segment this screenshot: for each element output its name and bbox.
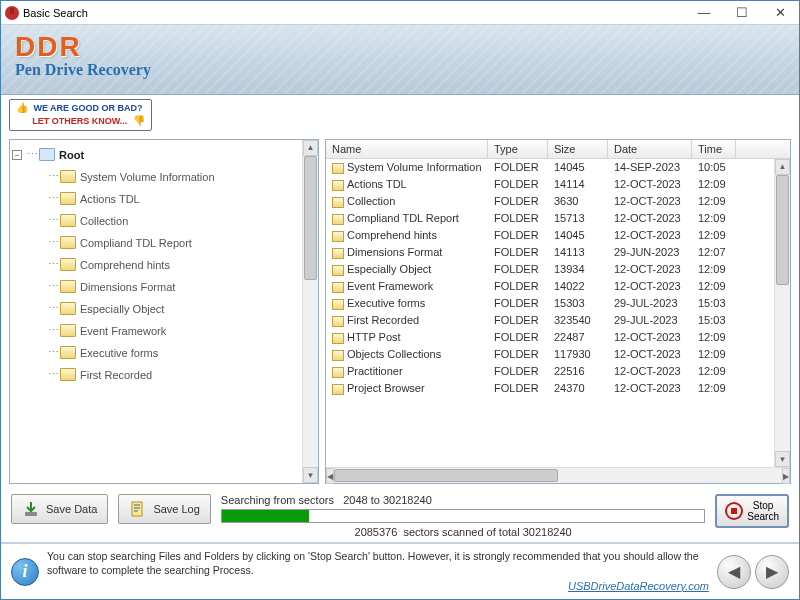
progress-bar xyxy=(221,509,705,523)
save-log-icon xyxy=(129,500,147,518)
folder-icon xyxy=(60,170,76,183)
minimize-button[interactable]: — xyxy=(689,4,719,22)
tree-item-label: Compliand TDL Report xyxy=(80,237,192,249)
tree-item-label: Actions TDL xyxy=(80,193,140,205)
feedback-callout[interactable]: 👍 WE ARE GOOD OR BAD? LET OTHERS KNOW...… xyxy=(9,99,152,131)
tree-item-label: Executive forms xyxy=(80,347,158,359)
app-icon xyxy=(5,6,19,20)
tree-item[interactable]: ⋯System Volume Information xyxy=(12,166,300,188)
list-scrollbar-h[interactable]: ◀ ▶ xyxy=(326,467,790,483)
folder-icon xyxy=(332,384,344,395)
folder-icon xyxy=(332,214,344,225)
svg-rect-1 xyxy=(132,502,142,516)
col-name[interactable]: Name xyxy=(326,140,488,158)
tree-item[interactable]: ⋯Dimensions Format xyxy=(12,276,300,298)
scroll-up-icon[interactable]: ▲ xyxy=(775,159,790,175)
scroll-thumb[interactable] xyxy=(304,156,317,281)
tree-item[interactable]: ⋯First Recorded xyxy=(12,364,300,386)
prev-button[interactable]: ◀ xyxy=(717,555,751,589)
folder-icon xyxy=(60,368,76,381)
folder-icon xyxy=(332,197,344,208)
tree-item[interactable]: ⋯Executive forms xyxy=(12,342,300,364)
folder-icon xyxy=(60,236,76,249)
table-row[interactable]: First RecordedFOLDER32354029-JUL-202315:… xyxy=(326,312,774,329)
col-size[interactable]: Size xyxy=(548,140,608,158)
folder-icon xyxy=(332,180,344,191)
file-list[interactable]: System Volume InformationFOLDER1404514-S… xyxy=(326,159,774,468)
folder-icon xyxy=(332,367,344,378)
app-window: Basic Search — ☐ ✕ DDR Pen Drive Recover… xyxy=(0,0,800,600)
folder-icon xyxy=(60,192,76,205)
col-type[interactable]: Type xyxy=(488,140,548,158)
tree-item-label: System Volume Information xyxy=(80,171,215,183)
col-time[interactable]: Time xyxy=(692,140,736,158)
save-data-button[interactable]: Save Data xyxy=(11,494,108,524)
folder-icon xyxy=(332,282,344,293)
tree-item-label: Collection xyxy=(80,215,128,227)
folder-icon xyxy=(332,163,344,174)
close-button[interactable]: ✕ xyxy=(765,4,795,22)
table-row[interactable]: Executive formsFOLDER1530329-JUL-202315:… xyxy=(326,295,774,312)
tree-item[interactable]: ⋯Especially Object xyxy=(12,298,300,320)
tree-root[interactable]: − ⋯ Root xyxy=(12,144,300,166)
folder-tree[interactable]: − ⋯ Root ⋯System Volume Information⋯Acti… xyxy=(10,140,302,484)
table-row[interactable]: CollectionFOLDER363012-OCT-202312:09 xyxy=(326,193,774,210)
drive-icon xyxy=(39,148,55,161)
folder-icon xyxy=(332,299,344,310)
collapse-icon[interactable]: − xyxy=(12,150,22,160)
folder-icon xyxy=(60,302,76,315)
folder-icon xyxy=(60,280,76,293)
scroll-up-icon[interactable]: ▲ xyxy=(303,140,318,156)
file-list-panel: Name Type Size Date Time System Volume I… xyxy=(325,139,791,485)
table-row[interactable]: Comprehend hintsFOLDER1404512-OCT-202312… xyxy=(326,227,774,244)
folder-icon xyxy=(332,316,344,327)
stop-search-label: Stop Search xyxy=(747,500,779,522)
table-row[interactable]: Objects CollectionsFOLDER11793012-OCT-20… xyxy=(326,346,774,363)
tree-item-label: Event Framework xyxy=(80,325,166,337)
list-header: Name Type Size Date Time xyxy=(326,140,790,159)
tree-item[interactable]: ⋯Compliand TDL Report xyxy=(12,232,300,254)
tree-item[interactable]: ⋯Comprehend hints xyxy=(12,254,300,276)
table-row[interactable]: Project BrowserFOLDER2437012-OCT-202312:… xyxy=(326,380,774,397)
folder-icon xyxy=(60,214,76,227)
table-row[interactable]: Compliand TDL ReportFOLDER1571312-OCT-20… xyxy=(326,210,774,227)
website-link[interactable]: USBDriveDataRecovery.com xyxy=(47,579,709,593)
next-button[interactable]: ▶ xyxy=(755,555,789,589)
scroll-right-icon[interactable]: ▶ xyxy=(782,468,790,484)
tree-scrollbar[interactable]: ▲ ▼ xyxy=(302,140,318,484)
bottom-controls: Save Data Save Log Searching from sector… xyxy=(1,488,799,542)
col-date[interactable]: Date xyxy=(608,140,692,158)
table-row[interactable]: Dimensions FormatFOLDER1411329-JUN-20231… xyxy=(326,244,774,261)
folder-icon xyxy=(332,248,344,259)
tree-item[interactable]: ⋯Collection xyxy=(12,210,300,232)
scroll-down-icon[interactable]: ▼ xyxy=(775,451,790,467)
tree-item-label: First Recorded xyxy=(80,369,152,381)
list-scrollbar-v[interactable]: ▲ ▼ xyxy=(774,159,790,468)
tree-item-label: Comprehend hints xyxy=(80,259,170,271)
save-log-button[interactable]: Save Log xyxy=(118,494,210,524)
progress-range: 2048 to 30218240 xyxy=(343,494,432,506)
stop-search-button[interactable]: Stop Search xyxy=(715,494,789,528)
table-row[interactable]: Event FrameworkFOLDER1402212-OCT-202312:… xyxy=(326,278,774,295)
table-row[interactable]: HTTP PostFOLDER2248712-OCT-202312:09 xyxy=(326,329,774,346)
scroll-thumb[interactable] xyxy=(776,175,789,286)
scroll-left-icon[interactable]: ◀ xyxy=(326,468,334,484)
folder-icon xyxy=(332,333,344,344)
tree-item[interactable]: ⋯Actions TDL xyxy=(12,188,300,210)
maximize-button[interactable]: ☐ xyxy=(727,4,757,22)
table-row[interactable]: Actions TDLFOLDER1411412-OCT-202312:09 xyxy=(326,176,774,193)
table-row[interactable]: System Volume InformationFOLDER1404514-S… xyxy=(326,159,774,176)
scroll-thumb-h[interactable] xyxy=(334,469,558,482)
table-row[interactable]: PractitionerFOLDER2251612-OCT-202312:09 xyxy=(326,363,774,380)
progress-label: Searching from sectors xyxy=(221,494,334,506)
folder-icon xyxy=(332,265,344,276)
table-row[interactable]: Especially ObjectFOLDER1393412-OCT-20231… xyxy=(326,261,774,278)
tree-item[interactable]: ⋯Event Framework xyxy=(12,320,300,342)
scroll-down-icon[interactable]: ▼ xyxy=(303,467,318,483)
tree-item-label: Dimensions Format xyxy=(80,281,175,293)
callout-line2: LET OTHERS KNOW... xyxy=(32,116,127,126)
progress-total: sectors scanned of total 30218240 xyxy=(403,526,571,538)
progress-scanned: 2085376 xyxy=(355,526,398,538)
save-log-label: Save Log xyxy=(153,503,199,515)
thumbs-up-icon: 👍 xyxy=(16,102,28,113)
